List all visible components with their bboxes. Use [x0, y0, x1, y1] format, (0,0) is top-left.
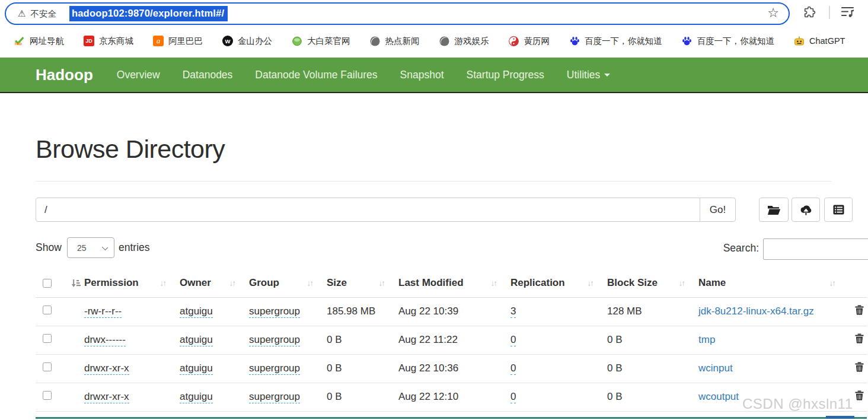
- trash-icon: [855, 305, 864, 315]
- owner-cell[interactable]: atguigu: [180, 334, 213, 346]
- nav-utilities-dropdown[interactable]: Utilities: [567, 69, 610, 81]
- col-group[interactable]: Group↓↑: [249, 269, 327, 297]
- bookmark-baidu-1[interactable]: 百度一下，你就知道: [569, 36, 662, 47]
- upload-file-button[interactable]: [792, 198, 820, 222]
- globe-icon: [370, 36, 381, 46]
- file-link[interactable]: wcoutput: [698, 391, 739, 402]
- go-button[interactable]: Go!: [700, 198, 736, 222]
- chevron-down-icon: [604, 74, 610, 77]
- bookmark-chatgpt[interactable]: ChatGPT: [794, 36, 845, 46]
- sort-icon[interactable]: ↓↑: [229, 279, 235, 288]
- modified-cell: Aug 22 12:10: [398, 391, 458, 402]
- group-cell[interactable]: supergroup: [249, 306, 300, 318]
- sort-icon[interactable]: ↓↑: [379, 279, 385, 288]
- modified-cell: Aug 22 10:39: [398, 306, 458, 317]
- cloud-upload-icon: [799, 204, 813, 215]
- path-input[interactable]: [36, 198, 700, 222]
- modified-cell: Aug 22 10:36: [398, 362, 458, 374]
- bookmark-label: 阿里巴巴: [168, 36, 203, 47]
- delete-button[interactable]: [849, 333, 864, 345]
- group-cell[interactable]: supergroup: [249, 391, 300, 403]
- alibaba-icon: a: [153, 36, 164, 46]
- bookmark-huangli[interactable]: 黄历网: [509, 36, 550, 47]
- row-checkbox[interactable]: [43, 362, 52, 371]
- row-checkbox[interactable]: [43, 334, 52, 343]
- file-link[interactable]: jdk-8u212-linux-x64.tar.gz: [698, 306, 814, 317]
- nav-snapshot[interactable]: Snapshot: [400, 69, 444, 81]
- sort-icon[interactable]: ↓↑: [588, 279, 593, 288]
- cabbage-icon: [292, 36, 302, 46]
- security-chip[interactable]: ⚠ 不安全: [18, 8, 56, 20]
- replication-cell[interactable]: 0: [510, 362, 516, 375]
- col-replication[interactable]: Replication↓↑: [510, 269, 607, 297]
- table-header-row: Permission↓↑ Owner↓↑ Group↓↑ Size↓↑ Last…: [36, 269, 867, 297]
- file-operations-button[interactable]: [824, 198, 853, 222]
- col-permission[interactable]: Permission↓↑: [84, 269, 180, 297]
- col-size[interactable]: Size↓↑: [327, 269, 398, 297]
- col-owner[interactable]: Owner↓↑: [180, 269, 249, 297]
- search-input[interactable]: [763, 238, 868, 260]
- media-controls-icon[interactable]: [841, 6, 855, 20]
- replication-cell[interactable]: 0: [510, 391, 516, 403]
- col-last-modified[interactable]: Last Modified↓↑: [398, 269, 510, 297]
- security-label: 不安全: [30, 8, 56, 20]
- block-size-cell: 0 B: [607, 334, 623, 345]
- bookmark-jd[interactable]: JD 京东商城: [84, 36, 133, 47]
- group-cell[interactable]: supergroup: [249, 334, 300, 346]
- url-text-selected[interactable]: hadoop102:9870/explorer.html#/: [69, 6, 228, 21]
- hao123-icon: hao: [14, 36, 25, 46]
- modified-cell: Aug 22 11:22: [398, 334, 458, 345]
- col-block-size[interactable]: Block Size↓↑: [607, 269, 698, 297]
- page-size-select[interactable]: 25: [67, 237, 114, 258]
- sort-icon[interactable]: ↓↑: [829, 279, 835, 288]
- wps-icon: W: [222, 36, 233, 46]
- file-link[interactable]: wcinput: [698, 362, 733, 374]
- bookmark-alibaba[interactable]: a 阿里巴巴: [153, 36, 203, 47]
- col-name[interactable]: Name↓↑: [698, 269, 849, 297]
- row-checkbox[interactable]: [43, 306, 52, 314]
- row-checkbox[interactable]: [43, 391, 52, 400]
- owner-cell[interactable]: atguigu: [180, 362, 213, 375]
- bookmark-youxi[interactable]: 游戏娱乐: [439, 36, 489, 47]
- bookmark-star-icon[interactable]: ☆: [767, 5, 779, 21]
- navbar-brand[interactable]: Hadoop: [36, 66, 93, 84]
- select-all-checkbox[interactable]: [43, 279, 52, 288]
- bookmark-dabaicai[interactable]: 大白菜官网: [292, 36, 350, 47]
- replication-cell[interactable]: 0: [510, 334, 516, 346]
- address-bar[interactable]: ⚠ 不安全 hadoop102:9870/explorer.html#/ ☆: [5, 2, 790, 25]
- trash-icon: [855, 333, 864, 343]
- sort-by-attributes-icon: [71, 279, 81, 288]
- table-row: -rw-r--r-- atguigu supergroup 185.98 MB …: [36, 297, 867, 326]
- permission-cell[interactable]: drwx------: [84, 334, 126, 346]
- permission-cell[interactable]: drwxr-xr-x: [84, 362, 129, 375]
- nav-overview[interactable]: Overview: [117, 69, 160, 81]
- sort-icon[interactable]: ↓↑: [307, 279, 313, 288]
- bookmark-baidu-2[interactable]: 百度一下，你就知道: [682, 36, 775, 47]
- trash-icon: [855, 362, 864, 372]
- col-actions: [849, 269, 867, 297]
- nav-datanode-volume-failures[interactable]: Datanode Volume Failures: [255, 69, 377, 81]
- group-cell[interactable]: supergroup: [249, 362, 300, 375]
- select-all-header[interactable]: [36, 269, 84, 297]
- size-cell: 185.98 MB: [327, 306, 375, 317]
- sort-icon[interactable]: ↓↑: [679, 279, 685, 288]
- file-link[interactable]: tmp: [698, 334, 715, 345]
- owner-cell[interactable]: atguigu: [180, 391, 213, 403]
- bookmark-wps[interactable]: W 金山办公: [222, 36, 272, 47]
- permission-cell[interactable]: drwxr-xr-x: [84, 391, 129, 403]
- delete-button[interactable]: [849, 362, 864, 374]
- bookmark-hao123[interactable]: hao 网址导航: [14, 36, 64, 47]
- create-directory-button[interactable]: [759, 198, 789, 222]
- csdn-watermark: CSDN @hxsln11: [742, 396, 853, 412]
- sort-icon[interactable]: ↓↑: [160, 279, 166, 288]
- replication-cell[interactable]: 3: [510, 306, 516, 318]
- nav-datanodes[interactable]: Datanodes: [183, 69, 233, 81]
- bookmark-redian-news[interactable]: 热点新闻: [370, 36, 420, 47]
- nav-startup-progress[interactable]: Startup Progress: [467, 69, 544, 81]
- permission-cell[interactable]: -rw-r--r--: [84, 306, 122, 318]
- sort-icon[interactable]: ↓↑: [491, 279, 497, 288]
- extensions-icon[interactable]: [803, 6, 816, 21]
- owner-cell[interactable]: atguigu: [180, 306, 213, 318]
- bookmark-label: 热点新闻: [385, 36, 420, 47]
- delete-button[interactable]: [849, 305, 864, 317]
